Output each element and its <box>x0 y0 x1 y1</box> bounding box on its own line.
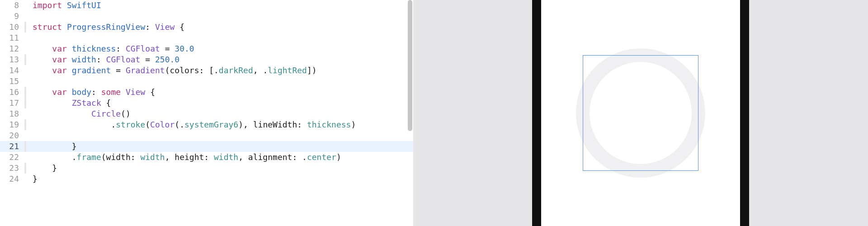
line-number: 24 <box>0 174 28 184</box>
line-number: 15 <box>0 76 28 87</box>
code-token: = <box>111 66 126 75</box>
code-token: var <box>52 66 67 75</box>
code-token: width <box>72 55 96 64</box>
code-token <box>67 44 72 53</box>
code-token: var <box>52 55 67 64</box>
line-number: 22 <box>0 152 28 163</box>
line-number: 19 <box>0 119 28 130</box>
code-token: (colors: [. <box>165 66 219 75</box>
code-token: ) <box>351 120 356 129</box>
code-token <box>62 0 67 10</box>
code-token: View <box>155 22 175 32</box>
code-token: , height: <box>165 152 214 162</box>
editor-scrollbar[interactable] <box>407 0 413 226</box>
code-line[interactable]: Circle() <box>28 108 413 119</box>
code-token <box>33 44 52 53</box>
device-frame <box>532 0 749 226</box>
code-token: lightRed <box>268 66 307 75</box>
line-number: 11 <box>0 33 28 43</box>
line-number: 18 <box>0 108 28 119</box>
code-token: CGFloat <box>126 44 160 53</box>
line-number: 20 <box>0 130 28 141</box>
code-token: frame <box>77 152 101 162</box>
code-token <box>67 55 72 64</box>
code-token: { <box>175 22 184 32</box>
line-number: 8 <box>0 0 28 11</box>
code-token <box>67 66 72 75</box>
code-token: Color <box>150 120 175 129</box>
code-token: SwiftUI <box>67 0 101 10</box>
line-number: 23 <box>0 163 28 174</box>
code-token: = <box>140 55 155 64</box>
code-token: 250.0 <box>155 55 179 64</box>
code-line[interactable]: struct ProgressRingView: View { <box>28 22 413 33</box>
code-token: . <box>33 152 77 162</box>
code-line[interactable] <box>28 33 413 43</box>
code-token: ProgressRingView <box>67 22 145 32</box>
code-token: } <box>33 141 77 151</box>
code-token: width <box>214 152 238 162</box>
preview-canvas[interactable] <box>583 55 698 171</box>
code-token: center <box>307 152 336 162</box>
line-number: 13 <box>0 54 28 65</box>
code-token: : <box>91 87 101 97</box>
code-line[interactable]: ZStack { <box>28 98 413 108</box>
code-editor[interactable]: 89101112131415161718192021222324 import … <box>0 0 413 226</box>
code-line[interactable]: .frame(width: width, height: width, alig… <box>28 152 413 163</box>
code-token <box>33 109 91 118</box>
code-line[interactable] <box>28 76 413 87</box>
code-line[interactable]: var body: some View { <box>28 87 413 98</box>
code-token <box>67 87 72 97</box>
code-token: ) <box>336 152 341 162</box>
code-token: : <box>116 44 126 53</box>
code-token: systemGray6 <box>184 120 238 129</box>
code-token: ), lineWidth: <box>238 120 307 129</box>
code-line[interactable]: var width: CGFloat = 250.0 <box>28 54 413 65</box>
code-token <box>33 87 52 97</box>
code-token: 30.0 <box>175 44 194 53</box>
code-line[interactable]: import SwiftUI <box>28 0 413 11</box>
code-token: : <box>96 55 106 64</box>
code-area[interactable]: import SwiftUIstruct ProgressRingView: V… <box>28 0 413 226</box>
code-token <box>33 98 72 108</box>
code-token: import <box>33 0 62 10</box>
line-number: 21 <box>0 141 28 152</box>
code-token: (width: <box>101 152 141 162</box>
code-token: thickness <box>307 120 351 129</box>
code-token: stroke <box>116 120 145 129</box>
code-token: ]) <box>307 66 317 75</box>
line-number-gutter: 89101112131415161718192021222324 <box>0 0 28 226</box>
progress-ring-background <box>576 48 705 178</box>
preview-pane <box>413 0 868 226</box>
code-line[interactable]: } <box>28 174 413 184</box>
code-line[interactable]: } <box>28 141 413 152</box>
code-token: () <box>121 109 131 118</box>
code-line[interactable]: } <box>28 163 413 174</box>
code-token: var <box>52 44 67 53</box>
code-token: (. <box>175 120 184 129</box>
code-token: darkRed <box>219 66 253 75</box>
code-token: View <box>126 87 145 97</box>
code-token: ZStack <box>72 98 101 108</box>
code-token: CGFloat <box>106 55 141 64</box>
code-token: } <box>33 174 38 184</box>
line-number: 17 <box>0 98 28 108</box>
code-line[interactable]: .stroke(Color(.systemGray6), lineWidth: … <box>28 119 413 130</box>
code-token <box>121 87 126 97</box>
code-token: , alignment: . <box>238 152 307 162</box>
code-token: : <box>145 22 155 32</box>
code-token: . <box>33 120 116 129</box>
code-line[interactable] <box>28 130 413 141</box>
line-number: 16 <box>0 87 28 98</box>
code-line[interactable]: var gradient = Gradient(colors: [.darkRe… <box>28 65 413 76</box>
line-number: 10 <box>0 22 28 33</box>
code-token: Gradient <box>126 66 165 75</box>
code-token: body <box>72 87 91 97</box>
code-token: struct <box>33 22 62 32</box>
code-line[interactable] <box>28 11 413 22</box>
code-token: { <box>145 87 155 97</box>
scroll-thumb[interactable] <box>408 0 412 131</box>
code-token: ( <box>145 120 150 129</box>
code-token: var <box>52 87 67 97</box>
code-line[interactable]: var thickness: CGFloat = 30.0 <box>28 43 413 54</box>
